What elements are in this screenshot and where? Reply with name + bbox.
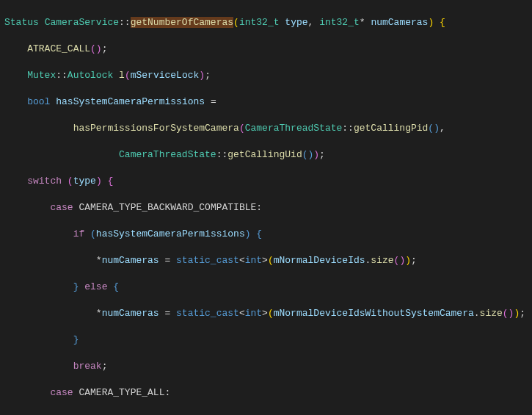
- token-kw: static_cast: [176, 255, 239, 266]
- code-line: if (hasSystemCameraPermissions) {: [4, 228, 528, 241]
- token-var: hasSystemCameraPermissions: [56, 96, 205, 107]
- token-kw: if: [73, 228, 85, 239]
- token-fn: hasPermissionsForSystemCamera: [73, 123, 239, 134]
- code-line: break;: [4, 360, 528, 373]
- token-kw: bool: [27, 96, 50, 107]
- token-kw: else: [84, 281, 107, 292]
- code-line: ATRACE_CALL();: [4, 43, 528, 56]
- token-type: int: [245, 308, 262, 319]
- code-line: } else {: [4, 281, 528, 294]
- code-line: Status CameraService::getNumberOfCameras…: [4, 16, 528, 29]
- token-var: numCameras: [102, 255, 159, 266]
- token-fn: l: [119, 70, 125, 81]
- token-fn: getCallingPid: [354, 123, 428, 134]
- code-line: Mutex::Autolock l(mServiceLock);: [4, 69, 528, 82]
- token-type: Autolock: [68, 70, 113, 81]
- token-kw: case: [50, 202, 73, 213]
- code-line: case CAMERA_TYPE_ALL:: [4, 386, 528, 400]
- token-type: CameraThreadState: [119, 149, 216, 160]
- token-type: int32_t: [319, 17, 360, 28]
- token-fn: ATRACE_CALL: [27, 43, 90, 54]
- token-type: Mutex: [27, 70, 56, 81]
- token-type: CameraService: [45, 17, 119, 28]
- code-line: *numCameras = static_cast<int>(mNormalDe…: [4, 254, 528, 267]
- token-var: mNormalDeviceIds: [274, 255, 365, 266]
- code-line: *numCameras = static_cast<int>(mNormalDe…: [4, 307, 528, 320]
- token-kw: case: [50, 387, 73, 398]
- token-type: int: [245, 255, 262, 266]
- code-line: hasPermissionsForSystemCamera(CameraThre…: [4, 122, 528, 135]
- token-var: mServiceLock: [131, 70, 200, 81]
- token-var: hasSystemCameraPermissions: [96, 228, 245, 239]
- code-line: case CAMERA_TYPE_BACKWARD_COMPATIBLE:: [4, 201, 528, 214]
- token-kw: switch: [27, 176, 62, 187]
- token-var: numCameras: [371, 17, 428, 28]
- token-const: CAMERA_TYPE_BACKWARD_COMPATIBLE: [79, 202, 256, 213]
- token-const: CAMERA_TYPE_ALL: [79, 387, 164, 398]
- token-type: CameraThreadState: [245, 123, 343, 134]
- token-fn-highlighted: getNumberOfCameras: [131, 17, 233, 28]
- token-type: Status: [4, 17, 39, 28]
- code-line: CameraThreadState::getCallingUid());: [4, 148, 528, 162]
- code-line: }: [4, 333, 528, 347]
- token-kw: static_cast: [176, 308, 239, 319]
- token-fn: getCallingUid: [227, 149, 302, 160]
- code-line: switch (type) {: [4, 175, 528, 188]
- token-var: type: [285, 17, 307, 28]
- code-editor[interactable]: Status CameraService::getNumberOfCameras…: [0, 0, 532, 415]
- token-var: numCameras: [102, 308, 159, 319]
- token-var: mNormalDeviceIdsWithoutSystemCamera: [274, 308, 474, 319]
- token-type: int32_t: [239, 17, 280, 28]
- token-fn: size: [480, 308, 503, 319]
- code-line: bool hasSystemCameraPermissions =: [4, 95, 528, 109]
- token-var: type: [73, 176, 96, 187]
- token-kw: break: [73, 361, 102, 372]
- token-fn: size: [371, 255, 393, 266]
